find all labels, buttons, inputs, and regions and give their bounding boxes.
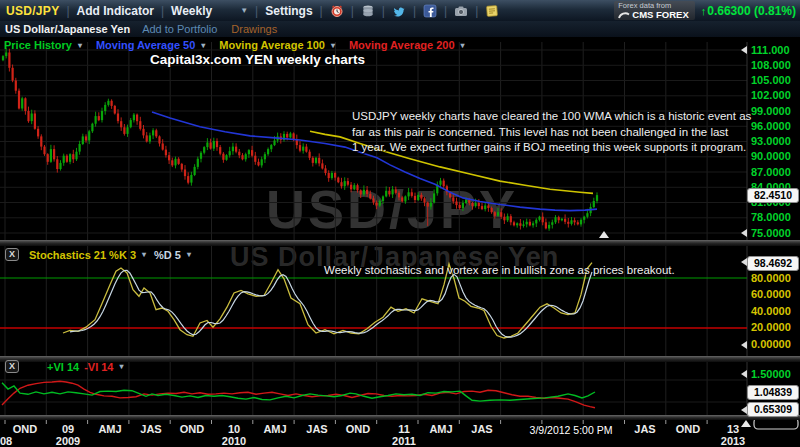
chevron-down-icon: ▾ bbox=[187, 250, 191, 259]
scroll-up-icon bbox=[741, 420, 751, 427]
time-axis-label: OND bbox=[346, 423, 370, 435]
vortex-axis-label: 1.50000 bbox=[751, 368, 791, 380]
close-icon[interactable]: X bbox=[5, 248, 19, 261]
stoch-axis-label: 40.0000 bbox=[751, 305, 791, 317]
chevron-down-icon: ▾ bbox=[142, 250, 146, 259]
price-axis-label: 99.0000 bbox=[751, 105, 791, 117]
stoch-axis-label: 20.0000 bbox=[751, 321, 791, 333]
time-axis-label: OND bbox=[13, 423, 37, 435]
legend-ma200[interactable]: Moving Average 200▾ bbox=[349, 39, 465, 51]
indicator-legend-row: Price History▾ Moving Average 50▾ Moving… bbox=[4, 39, 479, 51]
time-axis-label: 11 bbox=[398, 423, 410, 435]
close-icon[interactable]: X bbox=[5, 360, 19, 373]
stoch-d-label[interactable]: %D 5 bbox=[154, 249, 181, 261]
stoch-annotation: Weekly stochastics and vortex are in bul… bbox=[324, 263, 675, 279]
stoch-legend-label[interactable]: Stochastics 21 %K 3 bbox=[29, 249, 136, 261]
time-axis-label: 13 bbox=[727, 423, 739, 435]
price-axis-label: 102.000 bbox=[751, 89, 791, 101]
stoch-axis-label: 80.0000 bbox=[751, 272, 791, 284]
legend-price-history[interactable]: Price History▾ bbox=[4, 39, 82, 51]
time-axis-label: OND bbox=[676, 423, 700, 435]
time-axis-label: JAS bbox=[471, 423, 492, 435]
stoch-axis-label: 60.0000 bbox=[751, 288, 791, 300]
price-axis-label: 90.0000 bbox=[751, 150, 791, 162]
scroll-left-icon bbox=[741, 370, 747, 378]
price-axis-label: 111.000 bbox=[751, 44, 790, 56]
legend-ma100[interactable]: Moving Average 100▾ bbox=[219, 39, 335, 51]
scroll-left-icon bbox=[741, 46, 747, 54]
vortex-plus-label[interactable]: +VI 14 bbox=[47, 361, 79, 373]
price-axis-label: 93.0000 bbox=[751, 135, 791, 147]
price-axis-label: 108.000 bbox=[751, 59, 791, 71]
time-axis-label: AMJ bbox=[98, 423, 121, 435]
legend-ma50[interactable]: Moving Average 50▾ bbox=[96, 39, 205, 51]
price-axis-label: 75.0000 bbox=[751, 227, 791, 239]
chart-title: Capital3x.com YEN weekly charts bbox=[150, 52, 365, 67]
time-axis-label: 10 bbox=[228, 423, 240, 435]
time-axis-label: JAS bbox=[306, 423, 327, 435]
year-axis-label: 2013 bbox=[721, 435, 745, 447]
year-axis-label: 2009 bbox=[56, 435, 80, 447]
time-axis-label: 09 bbox=[62, 423, 74, 435]
vortex-plus-box: 1.04839 bbox=[747, 385, 799, 400]
year-axis-label: 2011 bbox=[392, 435, 416, 447]
scroll-left-icon bbox=[741, 341, 747, 349]
stoch-panel-legend: X Stochastics 21 %K 3 ▾ %D 5 ▾ bbox=[5, 248, 191, 261]
time-axis-label: JAS bbox=[140, 423, 161, 435]
time-axis-label: AMJ bbox=[263, 423, 286, 435]
chevron-down-icon: ▾ bbox=[461, 41, 465, 50]
chevron-down-icon: ▾ bbox=[78, 41, 82, 50]
vortex-minus-box: 0.65309 bbox=[747, 402, 799, 417]
panel-divider[interactable] bbox=[0, 240, 800, 246]
stoch-value-box: 98.4692 bbox=[747, 256, 799, 271]
price-axis-label: 105.000 bbox=[751, 74, 791, 86]
chevron-down-icon: ▾ bbox=[119, 362, 123, 371]
panel-divider bbox=[0, 415, 800, 420]
timestamp-label: 3/9/2012 5:00 PM bbox=[522, 424, 621, 436]
scroll-left-icon bbox=[741, 229, 747, 237]
stoch-axis-label: 0.00000 bbox=[751, 338, 791, 350]
vortex-minus-label[interactable]: -VI 14 bbox=[84, 361, 113, 373]
charting-app: USD/JPY US Dollar/Japanese Yen USD/JPY |… bbox=[0, 0, 800, 447]
time-axis-label: AMJ bbox=[429, 423, 452, 435]
breakout-marker-icon bbox=[599, 231, 609, 238]
chart-annotation: USDJPY weekly charts have cleared the 10… bbox=[352, 109, 751, 156]
time-axis-label: OND bbox=[180, 423, 204, 435]
price-axis-label: 96.0000 bbox=[751, 120, 791, 132]
chart-canvas[interactable] bbox=[0, 0, 800, 447]
last-price-box: 82.4510 bbox=[747, 188, 799, 203]
time-axis-label: JAS bbox=[634, 423, 655, 435]
price-axis-label: 87.0000 bbox=[751, 166, 791, 178]
vortex-panel-legend: X +VI 14 -VI 14 ▾ bbox=[5, 360, 124, 373]
chevron-down-icon: ▾ bbox=[201, 41, 205, 50]
chevron-down-icon: ▾ bbox=[331, 41, 335, 50]
year-axis-label: 2008 bbox=[0, 435, 12, 447]
price-axis-label: 78.0000 bbox=[751, 211, 791, 223]
year-axis-label: 2010 bbox=[222, 435, 246, 447]
